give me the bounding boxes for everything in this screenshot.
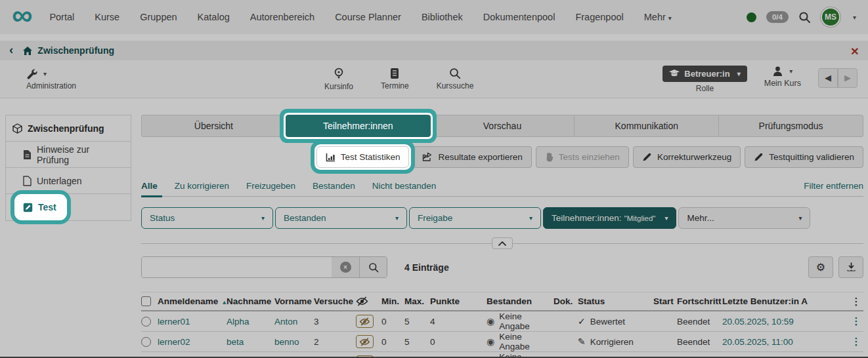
col-bestanden[interactable]: Bestanden — [487, 296, 553, 306]
results-hidden-badge[interactable] — [356, 335, 374, 348]
nachname-link[interactable]: Alpha — [227, 317, 274, 327]
role-dropdown-button[interactable]: Betreuer:in ▾ — [662, 66, 747, 82]
col-min[interactable]: Min. — [381, 296, 404, 306]
test-statistiken-button[interactable]: Test Statistiken — [316, 146, 410, 168]
letzte-aktivitaet-link[interactable]: 20.05.2025, 11:00 — [722, 337, 849, 347]
my-course-menu[interactable]: ▾ Mein Kurs — [764, 66, 801, 88]
table-row[interactable]: lerner03 ◉Keine Angabe ⋮ — [141, 352, 863, 358]
close-icon[interactable]: × — [851, 44, 859, 58]
korrekturwerkzeug-button[interactable]: Korrekturwerkzeug — [633, 146, 741, 168]
filter-tab-freizugeben[interactable]: Freizugeben — [246, 181, 295, 191]
tab-uebersicht[interactable]: Übersicht — [141, 115, 286, 137]
kursinfo-button[interactable]: Kursinfo — [324, 68, 353, 91]
chevron-down-icon: ▾ — [664, 214, 668, 222]
course-nav-arrows: ◀ ▶ — [818, 68, 857, 88]
col-letzte-aktivitaet[interactable]: Letzte Benutzer:in A — [722, 296, 849, 306]
search-submit-button[interactable] — [359, 257, 387, 277]
content-area: Zwischenprüfung Hinweise zur Prüfung Unt… — [0, 98, 868, 358]
filter-tab-nicht-bestanden[interactable]: Nicht bestanden — [372, 181, 437, 191]
nav-item-autorenbereich[interactable]: Autorenbereich — [250, 12, 315, 22]
nav-item-course-planner[interactable]: Course Planner — [335, 12, 401, 22]
back-chevron-icon[interactable]: ‹ — [9, 43, 13, 56]
previous-button[interactable]: ◀ — [818, 68, 838, 88]
filter-entfernen-link[interactable]: Filter entfernen — [804, 181, 863, 191]
nav-item-bibliothek[interactable]: Bibliothek — [422, 12, 463, 22]
tab-kommunikation[interactable]: Kommunikation — [574, 115, 719, 137]
nav-item-katalog[interactable]: Katalog — [198, 12, 230, 22]
nav-item-mehr[interactable]: Mehr▾ — [644, 12, 672, 22]
termine-button[interactable]: Termine — [381, 68, 409, 91]
download-button[interactable] — [838, 256, 863, 278]
row-menu-kebab-icon[interactable]: ⋮ — [849, 336, 863, 348]
col-dok[interactable]: Dok. — [553, 296, 578, 306]
tab-teilnehmer[interactable]: Teilnehmer:innen — [286, 115, 431, 137]
mehr-filter-dropdown[interactable]: Mehr...▾ — [678, 207, 810, 229]
letzte-aktivitaet-link[interactable]: 20.05.2025, 10:59 — [722, 317, 849, 327]
testquitting-validieren-button[interactable]: Testquitting validieren — [745, 146, 863, 168]
col-anmeldename[interactable]: Anmeldename▲ — [158, 296, 227, 306]
teilnehmer-filter-dropdown[interactable]: Teilnehmer:innen: "Mitglied" ▾ — [543, 207, 676, 229]
pencil-icon — [642, 152, 652, 162]
table-settings-button[interactable]: ⚙ — [808, 256, 833, 278]
vorname-link[interactable]: benno — [274, 337, 314, 347]
anmeldename-link[interactable]: lerner01 — [158, 317, 227, 327]
col-max[interactable]: Max. — [404, 296, 430, 306]
anmeldename-link[interactable]: lerner02 — [158, 337, 227, 347]
fortschritt-value: Beendet — [677, 337, 722, 347]
filter-tab-zu-korrigieren[interactable]: Zu korrigieren — [175, 181, 229, 191]
col-status[interactable]: Status — [578, 296, 653, 306]
home-icon[interactable] — [22, 46, 33, 56]
resultate-exportieren-button[interactable]: Resultate exportieren — [413, 146, 531, 168]
tab-vorschau[interactable]: Vorschau — [430, 115, 575, 137]
col-punkte[interactable]: Punkte — [430, 296, 487, 306]
nav-item-portal[interactable]: Portal — [49, 12, 74, 22]
filter-tab-alle[interactable]: Alle — [141, 181, 158, 191]
nav-item-dokumentenpool[interactable]: Dokumentenpool — [483, 12, 555, 22]
vorname-link[interactable]: Anton — [274, 317, 314, 327]
next-button[interactable]: ▶ — [838, 68, 857, 88]
topnav-right-cluster: 0/4 MS ▾ — [747, 7, 856, 27]
user-avatar[interactable]: MS — [821, 7, 840, 27]
table-row[interactable]: lerner01 Alpha Anton 3 0 5 4 ◉Keine Anga… — [141, 311, 863, 332]
search-input[interactable] — [142, 257, 332, 277]
status-filter-dropdown[interactable]: Status▾ — [141, 207, 273, 229]
col-hidden-eye-slash-icon[interactable] — [356, 296, 381, 306]
row-checkbox[interactable] — [141, 317, 151, 327]
col-start[interactable]: Start — [653, 296, 677, 306]
test-pencil-square-icon — [23, 203, 33, 212]
bestanden-filter-dropdown[interactable]: Bestanden▾ — [275, 207, 407, 229]
sidebar-item-course-root[interactable]: Zwischenprüfung — [6, 115, 131, 142]
row-menu-kebab-icon[interactable]: ⋮ — [849, 315, 863, 327]
export-icon — [422, 152, 433, 162]
kurssuche-button[interactable]: Kurssuche — [437, 68, 474, 91]
nav-item-gruppen[interactable]: Gruppen — [140, 12, 177, 22]
filter-tab-bestanden[interactable]: Bestanden — [313, 181, 355, 191]
col-fortschritt[interactable]: Fortschritt — [677, 296, 722, 306]
table-row[interactable]: lerner02 beta benno 2 0 5 0 ◉Keine Angab… — [141, 332, 863, 352]
results-hidden-badge[interactable] — [356, 355, 374, 358]
presence-status-icon — [747, 12, 756, 22]
nachname-link[interactable]: beta — [227, 337, 274, 347]
row-checkbox[interactable] — [141, 337, 151, 347]
tab-pruefungsmodus[interactable]: Prüfungsmodus — [718, 115, 863, 137]
collapse-filters-button[interactable] — [492, 237, 513, 249]
col-versuche[interactable]: Versuche — [314, 296, 356, 306]
task-count-badge[interactable]: 0/4 — [766, 11, 789, 23]
nav-item-fragenpool[interactable]: Fragenpool — [575, 12, 623, 22]
sidebar-item-unterlagen[interactable]: Unterlagen — [6, 168, 131, 194]
search-icon[interactable] — [798, 11, 811, 24]
administration-menu[interactable]: ▾ Administration — [11, 68, 135, 90]
results-hidden-badge[interactable] — [356, 315, 374, 328]
col-nachname[interactable]: Nachname — [227, 296, 274, 306]
nav-item-kurse[interactable]: Kurse — [95, 12, 119, 22]
column-menu-kebab-icon[interactable]: ⋮ — [849, 296, 863, 308]
page-title[interactable]: Zwischenprüfung — [37, 45, 114, 56]
openolat-logo-icon[interactable]: ∞ — [12, 2, 32, 28]
sidebar-item-hinweise[interactable]: Hinweise zur Prüfung — [6, 142, 131, 168]
user-menu-chevron-icon[interactable]: ▾ — [853, 14, 856, 21]
sidebar-item-test[interactable]: Test — [6, 194, 131, 220]
clear-search-button[interactable]: × — [332, 257, 359, 277]
select-all-checkbox[interactable] — [141, 296, 151, 306]
col-vorname[interactable]: Vorname — [274, 296, 314, 306]
freigabe-filter-dropdown[interactable]: Freigabe▾ — [409, 207, 541, 229]
